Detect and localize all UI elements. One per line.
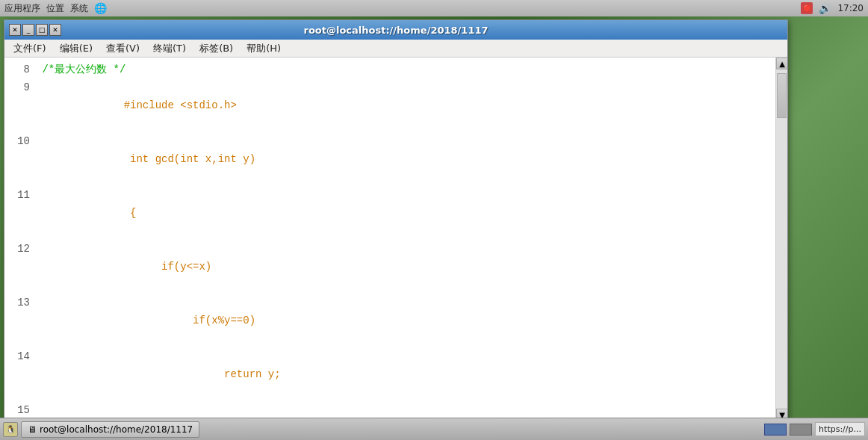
maximize-button[interactable]: □ bbox=[36, 24, 48, 36]
taskbar-window-button[interactable]: 🖥 root@localhost://home/2018/1117 bbox=[21, 421, 199, 438]
menu-help[interactable]: 帮助(H) bbox=[241, 40, 287, 57]
network-icon: 🔴 bbox=[801, 2, 813, 14]
menu-edit[interactable]: 编辑(E) bbox=[54, 40, 99, 57]
volume-icon[interactable]: 🔊 bbox=[819, 2, 831, 14]
line-num-9: 9 bbox=[7, 78, 30, 96]
penguin-icon: 🐧 bbox=[6, 425, 15, 433]
taskbar-url[interactable]: https://p... bbox=[815, 422, 865, 436]
line-num-13: 13 bbox=[7, 294, 30, 312]
taskbar-window-label: root@localhost://home/2018/1117 bbox=[40, 424, 193, 435]
line-content-9: #include <stdio.h> bbox=[36, 78, 237, 132]
scrollbar[interactable]: ▲ ▼ bbox=[775, 58, 787, 421]
extra-button[interactable]: ✕ bbox=[49, 24, 61, 36]
line-content-12: if(y<=x) bbox=[36, 240, 211, 294]
line-num-15: 15 bbox=[7, 401, 30, 419]
code-line-14: 14 return y; bbox=[4, 347, 775, 401]
taskbar-window-icon: 🖥 bbox=[28, 424, 37, 435]
title-bar: ✕ _ □ ✕ root@localhost://home/2018/1117 bbox=[4, 20, 787, 40]
code-line-8: 8 /*最大公约数 */ bbox=[4, 61, 775, 78]
scroll-thumb[interactable] bbox=[777, 73, 787, 118]
menu-view[interactable]: 查看(V) bbox=[100, 40, 146, 57]
taskbar-right: https://p... bbox=[764, 422, 865, 436]
code-area: 8 /*最大公约数 */ 9 #include <stdio.h> 10 bbox=[4, 58, 775, 421]
terminal-window: ✕ _ □ ✕ root@localhost://home/2018/1117 … bbox=[4, 19, 788, 438]
time-display: 17:20 bbox=[837, 3, 864, 13]
taskbar-indicator-2 bbox=[790, 424, 812, 436]
menu-file[interactable]: 文件(F) bbox=[7, 40, 52, 57]
minimize-button[interactable]: _ bbox=[22, 24, 34, 36]
code-line-13: 13 if(x%y==0) bbox=[4, 294, 775, 347]
line-num-8: 8 bbox=[7, 61, 30, 78]
apps-menu[interactable]: 应用程序 bbox=[4, 2, 40, 15]
code-line-11: 11 { bbox=[4, 186, 775, 240]
position-menu[interactable]: 位置 bbox=[46, 2, 64, 15]
taskbar: 🐧 🖥 root@localhost://home/2018/1117 http… bbox=[0, 418, 868, 440]
system-network-icon: 🌐 bbox=[94, 2, 107, 14]
taskbar-app-icon[interactable]: 🐧 bbox=[3, 422, 18, 437]
line-content-10: int gcd(int x,int y) bbox=[36, 132, 255, 186]
title-bar-controls: ✕ _ □ ✕ bbox=[9, 24, 61, 36]
menu-bar: 文件(F) 编辑(E) 查看(V) 终端(T) 标签(B) 帮助(H) bbox=[4, 40, 787, 58]
line-num-12: 12 bbox=[7, 240, 30, 258]
line-content-8: /*最大公约数 */ bbox=[36, 61, 125, 78]
desktop: 应用程序 位置 系统 🌐 🔴 🔊 17:20 ✕ _ □ ✕ root@loca… bbox=[0, 0, 868, 440]
editor-container: 8 /*最大公约数 */ 9 #include <stdio.h> 10 bbox=[4, 58, 787, 421]
line-content-14: return y; bbox=[36, 347, 281, 401]
system-menu[interactable]: 系统 bbox=[70, 2, 88, 15]
scroll-track[interactable] bbox=[776, 69, 787, 409]
system-bar-right: 🔴 🔊 17:20 bbox=[801, 2, 864, 14]
line-content-13: if(x%y==0) bbox=[36, 294, 255, 347]
taskbar-indicator-1 bbox=[764, 424, 787, 436]
close-button[interactable]: ✕ bbox=[9, 24, 21, 36]
code-line-9: 9 #include <stdio.h> bbox=[4, 78, 775, 132]
code-line-10: 10 int gcd(int x,int y) bbox=[4, 132, 775, 186]
line-num-14: 14 bbox=[7, 347, 30, 365]
line-num-10: 10 bbox=[7, 132, 30, 150]
code-line-12: 12 if(y<=x) bbox=[4, 240, 775, 294]
line-num-11: 11 bbox=[7, 186, 30, 204]
menu-tags[interactable]: 标签(B) bbox=[193, 40, 239, 57]
window-title: root@localhost://home/2018/1117 bbox=[303, 25, 488, 36]
scroll-up-button[interactable]: ▲ bbox=[776, 58, 787, 69]
system-bar: 应用程序 位置 系统 🌐 🔴 🔊 17:20 bbox=[0, 0, 868, 16]
editor-content[interactable]: 8 /*最大公约数 */ 9 #include <stdio.h> 10 bbox=[4, 58, 775, 421]
menu-terminal[interactable]: 终端(T) bbox=[147, 40, 192, 57]
system-bar-left: 应用程序 位置 系统 🌐 bbox=[4, 2, 793, 15]
line-content-11: { bbox=[36, 186, 136, 240]
